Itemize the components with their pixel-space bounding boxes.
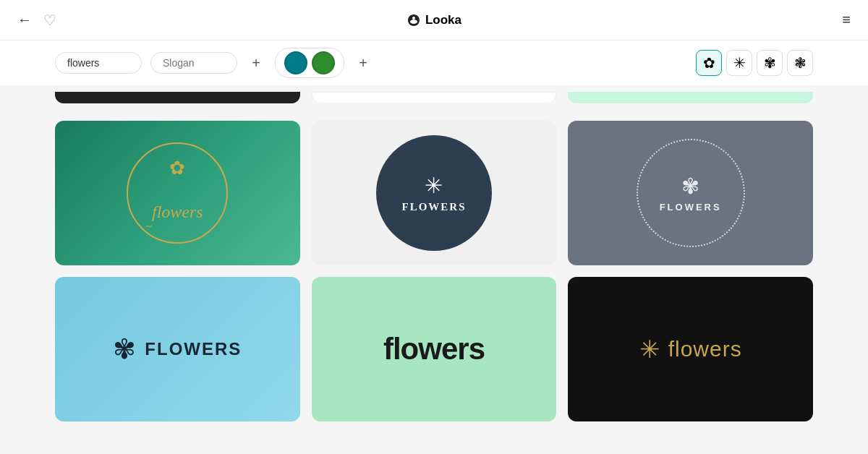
header-left: ← ♡ bbox=[17, 12, 56, 29]
brand-name: Looka bbox=[425, 13, 461, 27]
logo-1-inner: ✿ flowers ~ bbox=[119, 135, 235, 251]
dotted-circle-frame: ✾ FLOWERS bbox=[637, 139, 745, 247]
logo-1-swirl: ~ bbox=[145, 220, 152, 234]
logo-card-5[interactable]: flowers bbox=[312, 277, 557, 421]
logo-5-text: flowers bbox=[383, 332, 485, 367]
add-color-button[interactable]: + bbox=[353, 53, 373, 73]
logo-2-text: FLOWERS bbox=[401, 201, 466, 213]
slogan-input[interactable] bbox=[150, 52, 237, 74]
menu-button[interactable]: ≡ bbox=[842, 12, 851, 28]
partial-card-3[interactable] bbox=[568, 92, 813, 103]
toolbar: + + ✿ ✳ ✾ ❃ bbox=[0, 40, 868, 86]
gold-circle-frame: ✿ flowers ~ bbox=[127, 142, 228, 244]
gold-flower-icon: ✿ bbox=[169, 157, 185, 179]
gold-star-icon: ✳ bbox=[639, 335, 660, 364]
logo-1-text: flowers bbox=[152, 202, 203, 222]
logo-6-text: flowers bbox=[668, 337, 742, 361]
logo-6-inner: ✳ flowers bbox=[639, 335, 742, 364]
icon-filter-daisy[interactable]: ❃ bbox=[787, 50, 813, 76]
icon-filter-rose[interactable]: ✾ bbox=[757, 50, 783, 76]
partial-card-2[interactable] bbox=[312, 92, 557, 103]
logo-card-2[interactable]: ✳ FLOWERS bbox=[312, 121, 557, 265]
logo-card-1[interactable]: ✿ flowers ~ bbox=[55, 121, 300, 265]
looka-icon bbox=[407, 13, 421, 27]
logo-card-6[interactable]: ✳ flowers bbox=[568, 277, 813, 421]
color-1[interactable] bbox=[284, 51, 307, 74]
color-picker-container bbox=[275, 48, 344, 78]
rose-icon: ✾ bbox=[681, 174, 699, 199]
logo-4-inner: ✾ FLOWERS bbox=[113, 333, 242, 365]
partial-card-1[interactable] bbox=[55, 92, 300, 103]
company-name-input[interactable] bbox=[55, 52, 142, 74]
favorite-button[interactable]: ♡ bbox=[43, 12, 56, 29]
dark-circle-frame: ✳ FLOWERS bbox=[376, 135, 492, 251]
add-text-button[interactable]: + bbox=[246, 53, 266, 73]
icon-filter-snowflake[interactable]: ✳ bbox=[726, 50, 752, 76]
logo-card-4[interactable]: ✾ FLOWERS bbox=[55, 277, 300, 421]
header: ← ♡ Looka ≡ bbox=[0, 0, 868, 40]
back-button[interactable]: ← bbox=[17, 12, 32, 28]
white-flower-icon: ✳ bbox=[425, 173, 443, 198]
icon-filter-section: ✿ ✳ ✾ ❃ bbox=[696, 50, 813, 76]
color-2[interactable] bbox=[312, 51, 335, 74]
icon-filter-flower-4[interactable]: ✿ bbox=[696, 50, 722, 76]
brand-logo: Looka bbox=[407, 13, 461, 27]
outline-flower-icon: ✾ bbox=[113, 333, 136, 365]
partial-cards-row bbox=[55, 92, 813, 109]
logo-grid: ✿ flowers ~ ✳ FLOWERS ✾ FLOWERS ✾ FLOWER… bbox=[0, 109, 868, 433]
logo-3-text: FLOWERS bbox=[660, 202, 722, 213]
logo-4-text: FLOWERS bbox=[145, 339, 242, 359]
logo-card-3[interactable]: ✾ FLOWERS bbox=[568, 121, 813, 265]
